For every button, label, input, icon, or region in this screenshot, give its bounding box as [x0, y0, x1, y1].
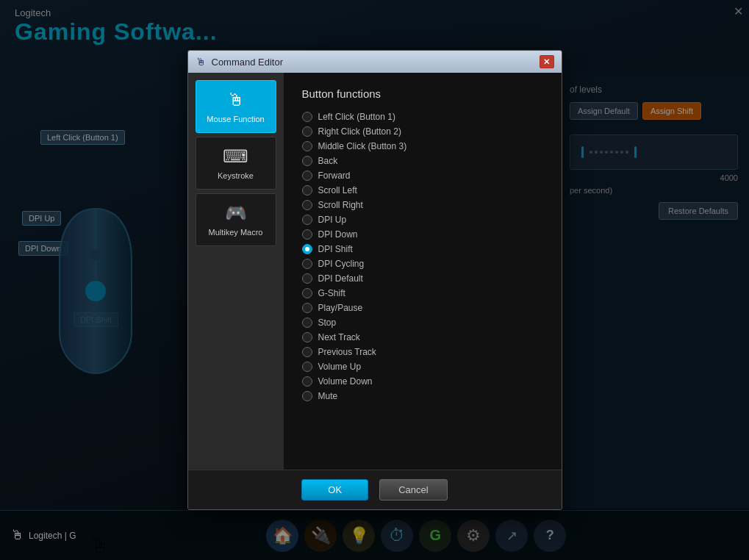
- radio-label-mute: Mute: [318, 391, 338, 401]
- radio-label-scroll-left: Scroll Left: [318, 185, 357, 195]
- radio-label-stop: Stop: [318, 317, 337, 328]
- dialog-footer: OK Cancel: [188, 470, 562, 509]
- command-editor-dialog: 🖱 Command Editor ✕ 🖱 Mouse Function ⌨ Ke…: [187, 50, 562, 510]
- modal-overlay: 🖱 Command Editor ✕ 🖱 Mouse Function ⌨ Ke…: [0, 0, 749, 560]
- ok-button[interactable]: OK: [301, 479, 368, 500]
- radio-label-dpi-cycling: DPI Cycling: [318, 259, 365, 269]
- radio-item-scroll-right[interactable]: Scroll Right: [302, 199, 543, 211]
- radio-item-dpi-up[interactable]: DPI Up: [302, 214, 543, 226]
- radio-list: Left Click (Button 1)Right Click (Button…: [302, 111, 543, 402]
- radio-item-dpi-down[interactable]: DPI Down: [302, 229, 543, 240]
- content-heading: Button functions: [302, 87, 543, 100]
- radio-circle-dpi-down: [302, 229, 312, 240]
- sidebar-item-mouse-function[interactable]: 🖱 Mouse Function: [196, 80, 276, 133]
- radio-item-mute[interactable]: Mute: [302, 390, 543, 402]
- multikey-macro-label: Multikey Macro: [209, 228, 263, 237]
- radio-circle-previous-track: [302, 347, 312, 357]
- radio-item-next-track[interactable]: Next Track: [302, 331, 543, 343]
- radio-circle-dpi-cycling: [302, 259, 312, 269]
- radio-circle-dpi-up: [302, 215, 312, 225]
- radio-circle-stop: [302, 317, 312, 328]
- radio-circle-volume-up: [302, 362, 312, 372]
- radio-circle-left-click: [302, 112, 312, 122]
- radio-label-g-shift: G-Shift: [318, 288, 345, 298]
- cancel-button[interactable]: Cancel: [379, 479, 447, 500]
- radio-label-volume-down: Volume Down: [318, 376, 373, 387]
- radio-label-middle-click: Middle Click (Button 3): [318, 141, 407, 151]
- mouse-function-label: Mouse Function: [207, 115, 264, 123]
- dialog-sidebar: 🖱 Mouse Function ⌨ Keystroke 🎮 Multikey …: [188, 73, 284, 470]
- dialog-content: Button functions Left Click (Button 1)Ri…: [284, 73, 562, 470]
- sidebar-item-keystroke[interactable]: ⌨ Keystroke: [196, 137, 276, 190]
- radio-item-previous-track[interactable]: Previous Track: [302, 346, 543, 358]
- radio-item-dpi-default[interactable]: DPI Default: [302, 273, 543, 284]
- keystroke-icon: ⌨: [223, 146, 248, 167]
- radio-circle-back: [302, 156, 312, 166]
- radio-circle-middle-click: [302, 141, 312, 151]
- radio-label-dpi-down: DPI Down: [318, 229, 358, 240]
- sidebar-item-multikey-macro[interactable]: 🎮 Multikey Macro: [196, 193, 276, 246]
- radio-item-dpi-cycling[interactable]: DPI Cycling: [302, 258, 543, 270]
- radio-circle-dpi-default: [302, 273, 312, 284]
- radio-label-previous-track: Previous Track: [318, 347, 376, 357]
- radio-label-scroll-right: Scroll Right: [318, 200, 363, 210]
- radio-circle-next-track: [302, 332, 312, 342]
- radio-label-back: Back: [318, 156, 338, 166]
- radio-label-left-click: Left Click (Button 1): [318, 112, 395, 122]
- dialog-title-text: Command Editor: [212, 57, 534, 68]
- radio-label-dpi-default: DPI Default: [318, 273, 363, 284]
- radio-circle-right-click: [302, 126, 312, 137]
- radio-circle-play-pause: [302, 303, 312, 313]
- mouse-function-icon: 🖱: [227, 90, 245, 110]
- radio-label-dpi-up: DPI Up: [318, 215, 347, 225]
- radio-item-forward[interactable]: Forward: [302, 170, 543, 182]
- keystroke-label: Keystroke: [218, 171, 254, 180]
- radio-label-play-pause: Play/Pause: [318, 303, 363, 313]
- radio-label-right-click: Right Click (Button 2): [318, 126, 401, 137]
- radio-label-volume-up: Volume Up: [318, 362, 362, 372]
- radio-circle-scroll-left: [302, 185, 312, 195]
- radio-item-dpi-shift[interactable]: DPI Shift: [302, 243, 543, 255]
- radio-item-volume-down[interactable]: Volume Down: [302, 376, 543, 387]
- radio-circle-forward: [302, 170, 312, 181]
- radio-item-middle-click[interactable]: Middle Click (Button 3): [302, 140, 543, 152]
- multikey-macro-icon: 🎮: [225, 203, 247, 223]
- radio-item-right-click[interactable]: Right Click (Button 2): [302, 126, 543, 137]
- dialog-titlebar: 🖱 Command Editor ✕: [188, 51, 562, 73]
- radio-item-back[interactable]: Back: [302, 155, 543, 167]
- radio-item-volume-up[interactable]: Volume Up: [302, 361, 543, 373]
- radio-label-dpi-shift: DPI Shift: [318, 244, 353, 254]
- radio-label-next-track: Next Track: [318, 332, 360, 342]
- radio-item-play-pause[interactable]: Play/Pause: [302, 302, 543, 314]
- radio-item-left-click[interactable]: Left Click (Button 1): [302, 111, 543, 123]
- dialog-body: 🖱 Mouse Function ⌨ Keystroke 🎮 Multikey …: [188, 73, 562, 470]
- radio-circle-volume-down: [302, 376, 312, 387]
- radio-item-g-shift[interactable]: G-Shift: [302, 287, 543, 299]
- radio-item-scroll-left[interactable]: Scroll Left: [302, 184, 543, 196]
- radio-circle-dpi-shift: [302, 244, 312, 254]
- radio-label-forward: Forward: [318, 170, 351, 181]
- radio-circle-g-shift: [302, 288, 312, 298]
- dialog-title-icon: 🖱: [196, 56, 206, 68]
- radio-item-stop[interactable]: Stop: [302, 317, 543, 329]
- radio-circle-mute: [302, 391, 312, 401]
- radio-circle-scroll-right: [302, 200, 312, 210]
- dialog-close-button[interactable]: ✕: [540, 55, 554, 68]
